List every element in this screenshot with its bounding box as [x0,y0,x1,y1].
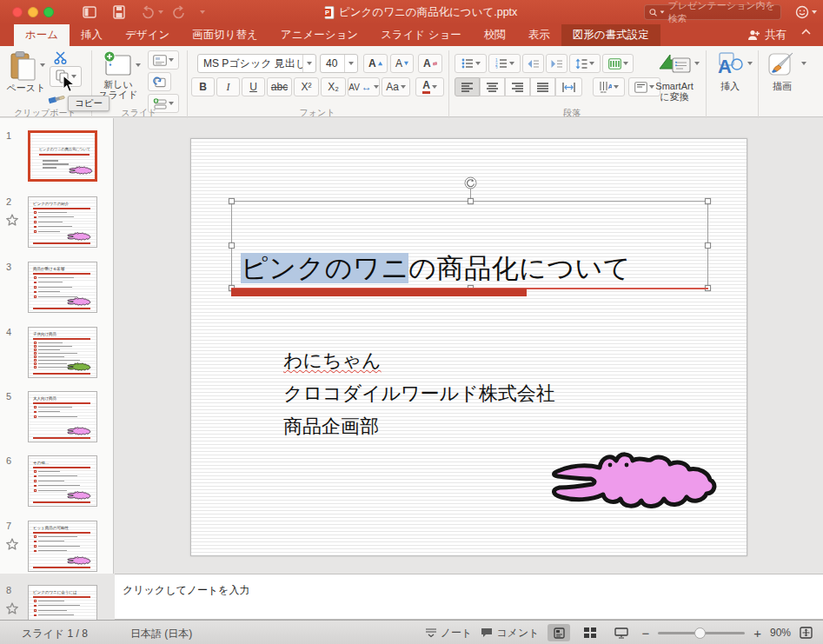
zoom-slider-knob[interactable] [694,627,706,639]
tab-review[interactable]: 校閲 [473,24,517,46]
smiley-dropdown-caret[interactable] [812,10,817,14]
slideshow-button[interactable] [610,624,633,641]
zoom-slider[interactable] [658,632,745,634]
toolbar-options-caret[interactable] [200,10,205,14]
resize-handle-w[interactable] [229,242,235,249]
smartart-icon[interactable] [658,51,691,76]
search-field[interactable]: プレゼンテーション内を検索 [644,4,781,20]
feedback-smiley-icon[interactable] [795,5,809,19]
font-size-caret[interactable] [344,55,357,72]
slide-title-text[interactable]: ピンクのワニの商品化について [241,250,631,287]
draw-caret[interactable] [801,62,806,65]
smartart-convert-button[interactable]: SmartArt に変換 [645,81,704,102]
zoom-in-button[interactable]: + [753,626,761,641]
reset-slide-button[interactable] [148,72,171,91]
paste-dropdown-caret[interactable] [40,63,45,67]
close-window-button[interactable] [12,7,23,17]
font-color-button[interactable]: A [415,77,444,96]
numbering-caret[interactable] [509,62,514,65]
redo-icon[interactable] [172,5,186,19]
pink-crocodile-drawing[interactable] [549,440,721,522]
justify-button[interactable] [530,77,555,96]
smartart-caret[interactable] [694,62,700,65]
font-color-caret[interactable] [432,85,437,89]
slide-thumbnail-7[interactable]: ヒット商品の可能性 [28,521,97,572]
save-icon[interactable] [113,5,125,19]
decrease-font-button[interactable]: A [390,54,414,73]
change-case-button[interactable]: Aa [382,77,410,96]
case-caret[interactable] [401,85,406,89]
notes-toggle[interactable]: ノート [425,626,473,641]
slide-1-canvas[interactable]: ピンクのワニの商品化について わにちゃん クロコダイルワールド株式会社 商品企画… [190,138,747,556]
new-slide-icon[interactable] [103,50,132,76]
zoom-level[interactable]: 90% [770,627,791,639]
line-spacing-caret[interactable] [589,62,594,65]
font-family-caret[interactable] [302,55,315,72]
font-size-combo[interactable]: 40 [320,54,358,73]
resize-handle-nw[interactable] [229,198,235,204]
draw-brush-icon[interactable] [768,51,798,77]
subtitle-textbox[interactable]: わにちゃん クロコダイルワールド株式会社 商品企画部 [283,344,555,443]
insert-caret[interactable] [747,62,753,65]
bullets-button[interactable] [455,54,487,73]
language-indicator[interactable]: 日本語 (日本) [130,627,192,641]
increase-font-button[interactable]: A [363,54,388,73]
draw-button[interactable]: 描画 [765,81,800,91]
bullets-caret[interactable] [475,62,481,65]
undo-dropdown-caret[interactable] [158,10,163,14]
superscript-button[interactable]: X² [294,77,319,96]
layout-dropdown-caret[interactable] [169,58,174,62]
rotate-handle[interactable] [464,176,477,189]
character-spacing-button[interactable]: AV↔ [348,77,380,96]
notes-pane[interactable]: クリックしてノートを入力 [115,574,823,620]
subscript-button[interactable]: X₂ [321,77,346,96]
numbering-button[interactable]: 123 [488,54,521,73]
section-dropdown-caret[interactable] [169,102,174,105]
resize-handle-ne[interactable] [705,198,711,204]
text-direction-button[interactable]: A [593,77,625,96]
slide-thumbnail-6[interactable]: その他… [28,455,97,507]
collapse-ribbon-chevron[interactable] [801,29,811,35]
tab-slideshow[interactable]: スライド ショー [369,24,473,46]
normal-view-button[interactable] [548,624,570,641]
underline-button[interactable]: U [242,77,265,96]
search-scope-caret[interactable] [660,10,665,13]
tab-home[interactable]: ホーム [14,24,70,46]
slide-layout-button[interactable] [148,50,179,70]
insert-shape-icon[interactable]: A [716,52,744,76]
bold-button[interactable]: B [191,77,215,96]
spacing-caret[interactable] [374,85,379,89]
columns-caret[interactable] [623,62,628,65]
minimize-window-button[interactable] [28,7,38,17]
share-button[interactable]: 共有 [747,24,786,46]
decrease-indent-button[interactable] [522,54,544,73]
slide-thumbnail-2[interactable]: ピンクのワニの紹介 [28,196,97,248]
sidebar-toggle-icon[interactable] [83,5,96,19]
tab-design[interactable]: デザイン [114,24,181,46]
new-slide-dropdown-caret[interactable] [136,63,141,67]
paste-icon[interactable] [10,51,37,81]
insert-button[interactable]: 挿入 [713,81,747,91]
tab-insert[interactable]: 挿入 [70,24,114,46]
font-family-combo[interactable]: MS Pゴシック 見出し [197,54,316,73]
align-center-button[interactable] [480,77,505,96]
italic-button[interactable]: I [216,77,240,96]
paste-button[interactable]: ペースト [3,83,49,93]
tab-transitions[interactable]: 画面切り替え [181,24,269,46]
align-left-button[interactable] [455,77,480,96]
zoom-out-button[interactable]: − [641,626,649,641]
distribute-text-button[interactable] [555,77,582,96]
resize-handle-n[interactable] [468,198,474,204]
tab-shape-format[interactable]: 図形の書式設定 [561,24,660,46]
resize-handle-e[interactable] [705,242,711,249]
slide-thumbnail-3[interactable]: 商品が受ける客層 [28,262,97,313]
text-direction-caret[interactable] [614,85,619,89]
tab-view[interactable]: 表示 [517,24,561,46]
align-right-button[interactable] [505,77,530,96]
undo-icon[interactable] [141,5,155,19]
cut-icon[interactable] [54,51,69,64]
comments-toggle[interactable]: コメント [481,626,539,641]
title-textbox-selection[interactable]: ピンクのワニの商品化について [231,201,708,289]
slide-thumbnail-5[interactable]: 大人向け商品 [28,391,97,442]
increase-indent-button[interactable] [546,54,567,73]
